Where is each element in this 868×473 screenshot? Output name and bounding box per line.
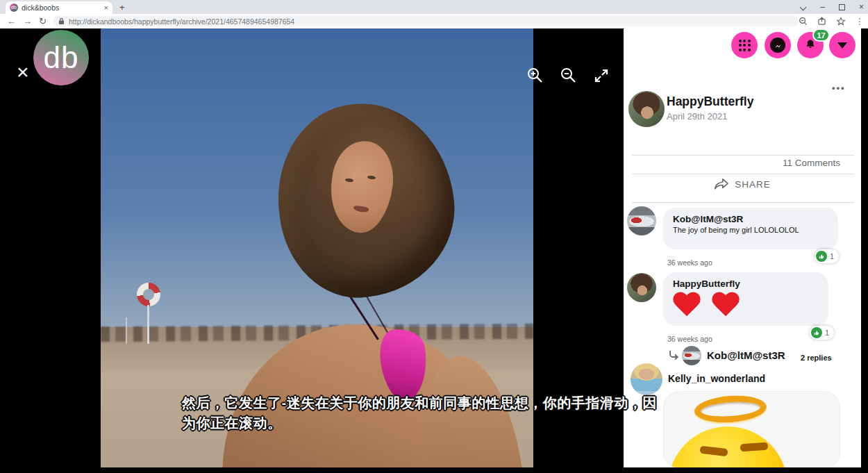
divider [632, 202, 854, 203]
divider [632, 155, 854, 156]
notification-badge: 17 [812, 28, 830, 42]
back-icon[interactable]: ← [7, 14, 16, 28]
caret-down-icon [837, 42, 847, 49]
zoom-in-icon[interactable] [526, 67, 544, 85]
url-text: http://dickandboobs/happybutterfly/archi… [69, 17, 294, 26]
like-badge[interactable]: 1 [815, 249, 839, 263]
browser-tab[interactable]: db dick&boobs × [6, 1, 112, 14]
like-badge[interactable]: 1 [810, 326, 834, 340]
site-logo[interactable]: db [33, 30, 89, 85]
subtitle-line: 然后，它发生了-迷失在关于你的朋友和前同事的性思想，你的手指滑动，因 [182, 393, 710, 413]
emoji-eyebrow [740, 442, 769, 452]
thumbs-up-icon [811, 327, 822, 338]
browser-menu-icon[interactable]: ⋮ [856, 17, 864, 26]
post-author-name[interactable]: HappyButterfly [667, 94, 753, 109]
screen: db dick&boobs × + – × ← → ↻ http://dicka… [0, 0, 868, 473]
browser-titlebar: db dick&boobs × + – × [0, 0, 868, 14]
comment-author[interactable]: Kob@ltM@st3R [663, 208, 838, 226]
fullscreen-icon[interactable] [593, 67, 610, 84]
window-close-button[interactable]: × [859, 2, 864, 12]
apps-grid-button[interactable] [731, 32, 758, 58]
window-maximize-button[interactable] [839, 4, 845, 10]
reply-avatar[interactable] [682, 346, 701, 365]
padlock-icon [58, 17, 65, 25]
bookmark-star-icon[interactable] [836, 17, 846, 26]
zoom-out-icon[interactable] [560, 67, 578, 85]
replies-count[interactable]: 2 replies [801, 354, 832, 362]
share-page-icon[interactable] [817, 17, 826, 26]
forward-icon[interactable]: → [23, 14, 32, 28]
apps-grid-icon [739, 40, 751, 51]
share-arrow-icon [714, 178, 729, 190]
beach-pole [126, 317, 127, 344]
letterbox-right [861, 28, 868, 467]
reply-row[interactable]: Kob@ltM@st3R 2 replies [624, 346, 861, 368]
messenger-button[interactable] [765, 32, 791, 58]
emoji-eyebrow [699, 446, 728, 457]
like-count: 1 [830, 252, 834, 260]
reply-author[interactable]: Kob@ltM@st3R [707, 349, 785, 361]
comment-time[interactable]: 36 weeks ago [667, 335, 712, 343]
comment-avatar[interactable] [627, 273, 656, 302]
viewer-close-icon[interactable]: × [17, 62, 29, 83]
subtitle-line: 为你正在滚动。 [182, 413, 710, 433]
letterbox-bottom [0, 467, 868, 473]
messenger-icon [770, 38, 785, 53]
comment-time[interactable]: 36 weeks ago [667, 258, 712, 267]
comments-count[interactable]: 11 Comments [783, 158, 840, 168]
reply-arrow-icon [667, 349, 680, 361]
reload-icon[interactable]: ↻ [39, 14, 47, 28]
comment-author[interactable]: Kelly_in_wonderland [668, 373, 765, 384]
tab-close-icon[interactable]: × [104, 3, 108, 12]
heart-icon [672, 292, 701, 319]
comment-text: The joy of being my girl LOLOLOLOL [663, 226, 838, 234]
comment-hearts [672, 292, 740, 319]
tab-search-chevron-icon[interactable] [801, 4, 806, 10]
post-options-icon[interactable]: ••• [832, 83, 846, 93]
address-bar[interactable]: http://dickandboobs/happybutterfly/archi… [53, 16, 799, 26]
comment-author[interactable]: HappyButterfly [663, 272, 828, 290]
post-date: April 29th 2021 [667, 111, 727, 122]
heart-icon [711, 292, 740, 319]
account-menu-button[interactable] [829, 32, 856, 58]
share-button[interactable]: SHARE [624, 178, 861, 190]
lifebuoy-hole [143, 289, 154, 300]
comment-avatar[interactable] [631, 363, 662, 395]
divider [632, 174, 854, 174]
comment-avatar[interactable] [627, 206, 656, 235]
new-tab-button[interactable]: + [119, 2, 125, 13]
comment-bubble: Kob@ltM@st3R The joy of being my girl LO… [663, 208, 838, 249]
browser-navbar: ← → ↻ http://dickandboobs/happybutterfly… [0, 14, 868, 28]
post-author-avatar[interactable] [628, 91, 665, 127]
like-count: 1 [825, 329, 829, 337]
share-label: SHARE [735, 179, 771, 190]
window-minimize-button[interactable]: – [820, 3, 825, 10]
site-favicon: db [10, 3, 18, 12]
subtitle-overlay: 然后，它发生了-迷失在关于你的朋友和前同事的性思想，你的手指滑动，因 为你正在滚… [182, 393, 710, 433]
page-zoom-icon[interactable] [799, 17, 808, 26]
tab-title: dick&boobs [22, 3, 101, 12]
thumbs-up-icon [816, 251, 827, 262]
lifebuoy-pole [147, 305, 149, 344]
site-logo-text: db [44, 40, 79, 75]
